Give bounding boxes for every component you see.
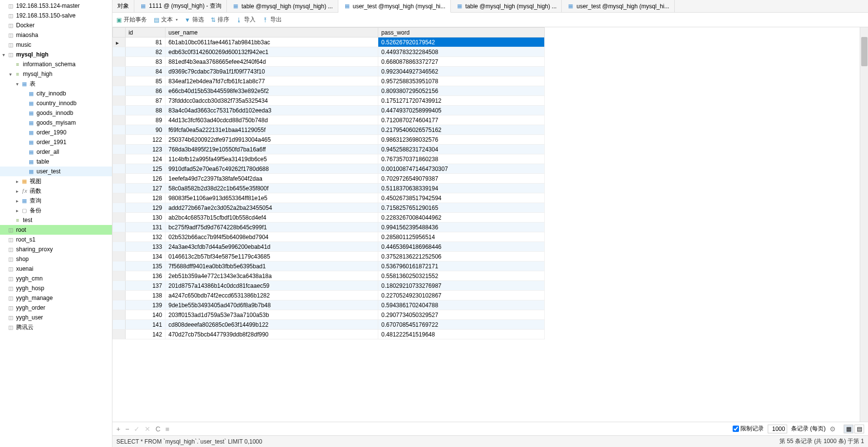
tree-item[interactable]: ▦order_all xyxy=(0,147,112,157)
tab[interactable]: 对象 xyxy=(112,0,134,12)
cell-pass[interactable]: 0.5943861702404788 xyxy=(378,300,545,310)
cell-user[interactable]: 9910dfad52e70ea67c49262f1780d688 xyxy=(165,164,378,174)
cell-user[interactable]: edb63c0f3142600269d600132f942ec1 xyxy=(165,47,378,57)
tree-item[interactable]: ▦table xyxy=(0,157,112,167)
cell-user[interactable]: 11c4bfb12a995fa49f5ea31419db6ce5 xyxy=(165,154,378,164)
tree-item[interactable]: ▾≡mysql_high xyxy=(0,69,112,79)
table-row[interactable]: 1399de1be55b3493405ad470d6f8a9b7b480.594… xyxy=(113,300,545,310)
cell-pass[interactable]: 0.44653694186968446 xyxy=(378,242,545,252)
add-row-button[interactable]: + xyxy=(116,425,120,433)
tree-item[interactable]: ▾▦表 xyxy=(0,79,112,89)
cell-pass[interactable]: 0.7673570371860238 xyxy=(378,154,545,164)
table-row[interactable]: 85834eaf12eb4dea7fd7cfb61fc1ab8c770.9572… xyxy=(113,76,545,86)
table-row[interactable]: 129addd272b667ae2c3d052a2ba234550540.715… xyxy=(113,203,545,213)
table-row[interactable]: 86e66cb40d15b53b445598fe33e892e5f20.8093… xyxy=(113,86,545,96)
tree-item[interactable]: ▦city_innodb xyxy=(0,89,112,98)
cell-id[interactable]: 135 xyxy=(125,261,165,271)
tree-item[interactable]: ◫root_s1 xyxy=(0,235,112,244)
cell-id[interactable]: 136 xyxy=(125,271,165,281)
cell-pass[interactable]: 0.5118370638339194 xyxy=(378,184,545,193)
apply-button[interactable]: ✓ xyxy=(134,425,140,433)
cell-pass[interactable]: 0.0010087471464730307 xyxy=(378,164,545,174)
cell-pass[interactable]: 0.2907734050329527 xyxy=(378,310,545,320)
tree-item[interactable]: ◫sharing_proxy xyxy=(0,244,112,254)
table-row[interactable]: 137201d8757a14386b14c0dcd81fcaaec590.180… xyxy=(113,281,545,291)
cell-user[interactable]: 0146613c2b57bf34e5875e1179c43685 xyxy=(165,252,378,261)
export-button[interactable]: ⭱导出 xyxy=(262,16,282,24)
cell-id[interactable]: 141 xyxy=(125,320,165,330)
tree-item[interactable]: ≡information_schema xyxy=(0,59,112,69)
tree-item[interactable]: ◫yygh_cmn xyxy=(0,274,112,283)
tree-item[interactable]: ◫192.168.153.150-salve xyxy=(0,11,112,20)
filter-button[interactable]: ▼筛选 xyxy=(185,16,204,24)
cell-id[interactable]: 142 xyxy=(125,330,165,339)
tree-item[interactable]: ▸▦查询 xyxy=(0,196,112,205)
table-row[interactable]: 83881edf4b3eaa3768665efee42f40f64d0.6680… xyxy=(113,57,545,67)
table-row[interactable]: 8773fdddcc0adccb30d382f735a53254340.1751… xyxy=(113,96,545,106)
cell-pass[interactable]: 0.7158257651290165 xyxy=(378,203,545,213)
cell-pass[interactable]: 0.21795406026575162 xyxy=(378,125,545,135)
expand-icon[interactable]: ▸ xyxy=(14,208,20,213)
text-button[interactable]: ▤文本▾ xyxy=(154,16,178,24)
tree-item[interactable]: ▸ƒx函数 xyxy=(0,186,112,196)
table-row[interactable]: 130ab2bc4c68537b15cfbdf10b558cd4ef40.228… xyxy=(113,213,545,223)
cell-pass[interactable]: 0.22832670084044962 xyxy=(378,213,545,223)
table-row[interactable]: 13324a3ae43cfdb7d44a5e996200ebab41d0.446… xyxy=(113,242,545,252)
tab[interactable]: ▦user_test @mysql_high (mysql_hi... xyxy=(562,0,674,12)
cell-id[interactable]: 89 xyxy=(125,115,165,125)
cell-user[interactable]: e66cb40d15b53b445598fe33e892e5f2 xyxy=(165,86,378,96)
tab[interactable]: ▦table @mysql_high (mysql_high) ... xyxy=(451,0,562,12)
cell-pass[interactable]: 0.22705249230102867 xyxy=(378,291,545,300)
table-row[interactable]: 1261eefefa49d7c2397fa38fafe504f2daa0.702… xyxy=(113,174,545,184)
cell-pass[interactable]: 0.9923044927346562 xyxy=(378,67,545,76)
expand-icon[interactable]: ▾ xyxy=(0,52,7,57)
cell-user[interactable]: 24a3ae43cfdb7d44a5e996200ebab41d xyxy=(165,242,378,252)
cell-user[interactable]: f69fcfa0ea5a222131e1baa41129055f xyxy=(165,125,378,135)
tree-item[interactable]: ◫miaosha xyxy=(0,30,112,40)
cell-user[interactable]: addd272b667ae2c3d052a2ba23455054 xyxy=(165,203,378,213)
settings-icon[interactable]: ⚙ xyxy=(830,425,836,433)
cell-id[interactable]: 87 xyxy=(125,96,165,106)
cell-user[interactable]: 470d27cb75bcb4477939ddb8f28df990 xyxy=(165,330,378,339)
cell-pass[interactable]: 0.6707085451769722 xyxy=(378,320,545,330)
table-row[interactable]: 140203ff0153ad1d759a53e73aa7100a53b0.290… xyxy=(113,310,545,320)
tree-item[interactable]: ≡test xyxy=(0,215,112,225)
cell-id[interactable]: 131 xyxy=(125,223,165,232)
limit-records-checkbox[interactable]: 限制记录 xyxy=(733,425,764,433)
cell-pass[interactable]: 0.6680878863372727 xyxy=(378,57,545,67)
tree-item[interactable]: ◫Docker xyxy=(0,20,112,30)
tree-item[interactable]: ◫xuenai xyxy=(0,264,112,274)
cell-id[interactable]: 81 xyxy=(125,37,165,47)
cell-pass[interactable]: 0.526267920179542 xyxy=(378,37,545,47)
cell-pass[interactable]: 0.9863123698032576 xyxy=(378,135,545,145)
cell-id[interactable]: 125 xyxy=(125,164,165,174)
cell-id[interactable]: 130 xyxy=(125,213,165,223)
cell-pass[interactable]: 0.45026738517942594 xyxy=(378,193,545,203)
cell-id[interactable]: 128 xyxy=(125,193,165,203)
tree-item[interactable]: ◫yygh_order xyxy=(0,303,112,313)
table-row[interactable]: 12411c4bfb12a995fa49f5ea31419db6ce50.767… xyxy=(113,154,545,164)
cell-id[interactable]: 123 xyxy=(125,145,165,154)
cell-id[interactable]: 83 xyxy=(125,57,165,67)
cell-user[interactable]: a4247c650bdb74f2eccd6531386b1282 xyxy=(165,291,378,300)
tab[interactable]: ▦user_test @mysql_high (mysql_hi... xyxy=(338,0,451,13)
tree-item[interactable]: ▦user_test xyxy=(0,167,112,176)
table-row[interactable]: 138a4247c650bdb74f2eccd6531386b12820.227… xyxy=(113,291,545,300)
cell-id[interactable]: 122 xyxy=(125,135,165,145)
cell-id[interactable]: 126 xyxy=(125,174,165,184)
scrollbar-thumb[interactable] xyxy=(861,37,868,66)
tree-item[interactable]: ▸▢备份 xyxy=(0,205,112,215)
table-row[interactable]: 141cd808deeefa802685c0e63f14499b1220.670… xyxy=(113,320,545,330)
expand-icon[interactable]: ▸ xyxy=(14,198,20,204)
table-row[interactable]: 131bc275f9adf75d9d7674228b645c999f10.994… xyxy=(113,223,545,232)
tree-item[interactable]: ◫腾讯云 xyxy=(0,322,112,332)
cell-pass[interactable]: 0.5367960161872171 xyxy=(378,261,545,271)
cell-id[interactable]: 84 xyxy=(125,67,165,76)
table-row[interactable]: 90f69fcfa0ea5a222131e1baa41129055f0.2179… xyxy=(113,125,545,135)
cell-pass[interactable]: 0.18029210733276987 xyxy=(378,281,545,291)
table-row[interactable]: 1357f5688dff9401ea0bb3fbb5e6395bad10.536… xyxy=(113,261,545,271)
cell-id[interactable]: 139 xyxy=(125,300,165,310)
column-header[interactable]: pass_word xyxy=(378,28,545,37)
expand-icon[interactable]: ▾ xyxy=(14,81,20,87)
cell-pass[interactable]: 0.7120870274604177 xyxy=(378,115,545,125)
